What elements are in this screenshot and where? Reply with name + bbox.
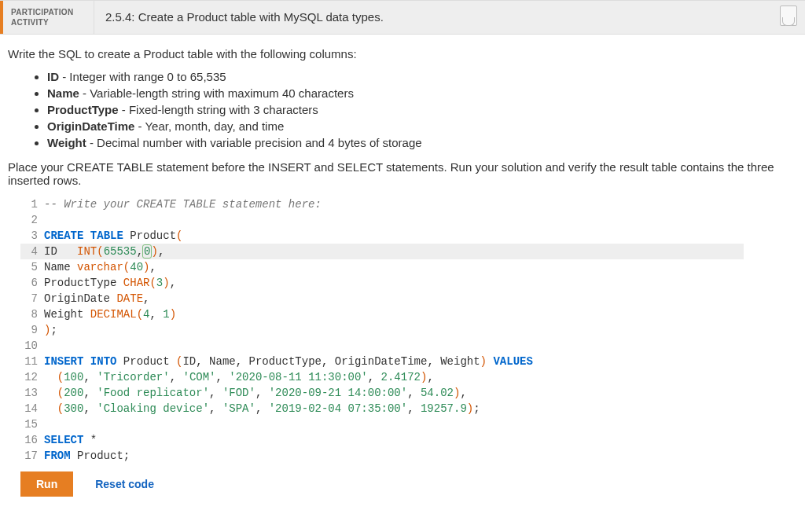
code-line[interactable]: 8Weight DECIMAL(4, 1) xyxy=(20,306,744,322)
code-text[interactable]: (100, 'Tricorder', 'COM', '2020-08-11 11… xyxy=(44,369,744,385)
code-text[interactable]: -- Write your CREATE TABLE statement her… xyxy=(44,196,744,212)
reset-code-button[interactable]: Reset code xyxy=(95,478,154,490)
line-number: 9 xyxy=(20,322,44,338)
code-line[interactable]: 12 (100, 'Tricorder', 'COM', '2020-08-11… xyxy=(20,369,744,385)
code-line[interactable]: 10 xyxy=(20,338,744,354)
code-line[interactable]: 7OriginDate DATE, xyxy=(20,291,744,306)
line-number: 11 xyxy=(20,354,44,369)
code-line[interactable]: 4ID INT(65535,0), xyxy=(20,244,744,259)
code-text[interactable]: FROM Product; xyxy=(44,448,744,464)
code-text[interactable]: ProductType CHAR(3), xyxy=(44,275,744,291)
column-name: Name xyxy=(47,86,79,100)
column-name: OriginDateTime xyxy=(47,119,134,133)
code-line[interactable]: 15 xyxy=(20,416,744,432)
bookmark-icon[interactable] xyxy=(780,6,797,26)
line-number: 10 xyxy=(20,338,44,354)
code-text[interactable]: Weight DECIMAL(4, 1) xyxy=(44,306,744,322)
column-name: ID xyxy=(47,70,59,83)
line-number: 16 xyxy=(20,432,44,448)
tag-line-1: PARTICIPATION xyxy=(11,8,73,17)
activity-container: PARTICIPATION ACTIVITY 2.5.4: Create a P… xyxy=(0,0,805,509)
code-text[interactable]: CREATE TABLE Product( xyxy=(44,228,744,244)
code-text[interactable]: OriginDate DATE, xyxy=(44,291,744,306)
code-text[interactable]: SELECT * xyxy=(44,432,744,448)
activity-content: Write the SQL to create a Product table … xyxy=(0,35,805,509)
column-spec-item: ID - Integer with range 0 to 65,535 xyxy=(47,70,797,83)
code-line[interactable]: 14 (300, 'Cloaking device', 'SPA', '2019… xyxy=(20,401,744,416)
code-text[interactable] xyxy=(44,212,744,228)
run-button[interactable]: Run xyxy=(20,471,73,497)
code-text[interactable]: INSERT INTO Product (ID, Name, ProductTy… xyxy=(44,354,744,369)
column-desc: - Variable-length string with maximum 40… xyxy=(79,86,354,100)
line-number: 3 xyxy=(20,228,44,244)
editor-buttons: Run Reset code xyxy=(8,468,797,503)
column-spec-item: Name - Variable-length string with maxim… xyxy=(47,86,797,100)
activity-header: PARTICIPATION ACTIVITY 2.5.4: Create a P… xyxy=(0,1,805,35)
column-name: ProductType xyxy=(47,103,119,116)
code-text[interactable] xyxy=(44,338,744,354)
line-number: 4 xyxy=(20,244,44,259)
activity-tag: PARTICIPATION ACTIVITY xyxy=(0,1,94,34)
code-line[interactable]: 3CREATE TABLE Product( xyxy=(20,228,744,244)
code-line[interactable]: 16SELECT * xyxy=(20,432,744,448)
line-number: 17 xyxy=(20,448,44,464)
code-text[interactable]: ); xyxy=(44,322,744,338)
line-number: 5 xyxy=(20,259,44,275)
column-spec-item: OriginDateTime - Year, month, day, and t… xyxy=(47,119,797,133)
column-spec-list: ID - Integer with range 0 to 65,535Name … xyxy=(8,70,797,149)
code-text[interactable]: (200, 'Food replicator', 'FOD', '2020-09… xyxy=(44,385,744,401)
code-line[interactable]: 5Name varchar(40), xyxy=(20,259,744,275)
line-number: 2 xyxy=(20,212,44,228)
code-text[interactable] xyxy=(44,416,744,432)
code-line[interactable]: 1-- Write your CREATE TABLE statement he… xyxy=(20,196,744,212)
code-line[interactable]: 2 xyxy=(20,212,744,228)
column-desc: - Year, month, day, and time xyxy=(134,119,284,133)
column-name: Weight xyxy=(47,136,86,149)
line-number: 14 xyxy=(20,401,44,416)
column-desc: - Decimal number with variable precision… xyxy=(86,136,422,149)
line-number: 12 xyxy=(20,369,44,385)
code-line[interactable]: 13 (200, 'Food replicator', 'FOD', '2020… xyxy=(20,385,744,401)
code-line[interactable]: 6ProductType CHAR(3), xyxy=(20,275,744,291)
code-line[interactable]: 9); xyxy=(20,322,744,338)
code-editor[interactable]: 1-- Write your CREATE TABLE statement he… xyxy=(20,196,744,464)
tag-line-2: ACTIVITY xyxy=(11,18,49,27)
code-text[interactable]: Name varchar(40), xyxy=(44,259,744,275)
activity-title: 2.5.4: Create a Product table with MySQL… xyxy=(94,1,395,34)
code-text[interactable]: ID INT(65535,0), xyxy=(44,244,744,259)
prompt-intro: Write the SQL to create a Product table … xyxy=(8,47,797,61)
code-text[interactable]: (300, 'Cloaking device', 'SPA', '2019-02… xyxy=(44,401,744,416)
line-number: 6 xyxy=(20,275,44,291)
line-number: 7 xyxy=(20,291,44,306)
code-line[interactable]: 17FROM Product; xyxy=(20,448,744,464)
column-desc: - Integer with range 0 to 65,535 xyxy=(59,70,226,83)
column-spec-item: ProductType - Fixed-length string with 3… xyxy=(47,103,797,116)
line-number: 13 xyxy=(20,385,44,401)
line-number: 15 xyxy=(20,416,44,432)
line-number: 1 xyxy=(20,196,44,212)
prompt-outro: Place your CREATE TABLE statement before… xyxy=(8,160,797,187)
line-number: 8 xyxy=(20,306,44,322)
code-line[interactable]: 11INSERT INTO Product (ID, Name, Product… xyxy=(20,354,744,369)
column-spec-item: Weight - Decimal number with variable pr… xyxy=(47,136,797,149)
column-desc: - Fixed-length string with 3 characters xyxy=(119,103,318,116)
